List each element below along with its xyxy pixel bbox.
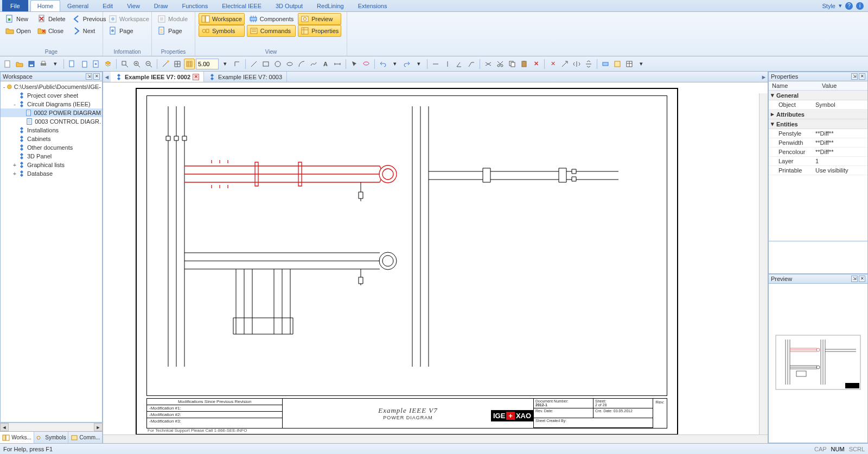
- document-tab-0003[interactable]: Example IEEE V7: 0003: [204, 72, 287, 82]
- cut-icon[interactable]: [495, 59, 506, 69]
- qat-print-icon[interactable]: [38, 59, 49, 69]
- page-next-button[interactable]: Next: [70, 25, 108, 37]
- tree-item[interactable]: -Circuit Diagrams (IEEE): [1, 100, 102, 108]
- tree-item[interactable]: 0002 POWER DIAGRAM: [1, 108, 102, 117]
- tree-item[interactable]: 0003 CONTROL DIAGR.: [1, 117, 102, 126]
- close-tab-icon[interactable]: ✕: [193, 74, 199, 80]
- prop-row[interactable]: ObjectSymbol: [769, 100, 867, 110]
- select-pointer-icon[interactable]: [349, 59, 360, 69]
- prop-row[interactable]: Penstyle**Diff**: [769, 129, 867, 138]
- ribbon-tab-3d-output[interactable]: 3D Output: [269, 0, 310, 11]
- qat-new-icon[interactable]: [2, 59, 13, 69]
- prop-row[interactable]: Layer1: [769, 157, 867, 166]
- dim-leader-icon[interactable]: [466, 59, 477, 69]
- qat-zoom-window-icon[interactable]: [119, 59, 130, 69]
- prop-cat-entities[interactable]: ▾Entities: [769, 119, 867, 129]
- page-previous-button[interactable]: Previous: [70, 13, 108, 25]
- draw-arc-icon[interactable]: [296, 59, 307, 69]
- workspace-hscroll[interactable]: ◄►: [0, 423, 103, 431]
- tree-item[interactable]: Project cover sheet: [1, 91, 102, 100]
- ribbon-tab-extensions[interactable]: Extensions: [351, 0, 394, 11]
- prop-row[interactable]: Pencolour**Diff**: [769, 148, 867, 157]
- qat-grid-toggle-icon[interactable]: [184, 59, 195, 69]
- panel-close-icon[interactable]: ✕: [859, 276, 865, 282]
- delete-icon[interactable]: ✕: [531, 59, 541, 69]
- ribbon-tab-functions[interactable]: Functions: [175, 0, 215, 11]
- qat-grid-dropdown-icon[interactable]: ▾: [220, 59, 231, 69]
- tree-item[interactable]: Other documents: [1, 143, 102, 152]
- mirror-v-icon[interactable]: [583, 59, 594, 69]
- toolbar-more-icon[interactable]: ▾: [636, 59, 647, 69]
- info-workspace-button[interactable]: Workspace: [106, 13, 151, 25]
- qat-page-prev-icon[interactable]: [67, 59, 78, 69]
- ribbon-tab-general[interactable]: General: [60, 0, 95, 11]
- dim-v-icon[interactable]: [442, 59, 453, 69]
- qat-save-icon[interactable]: [26, 59, 37, 69]
- panel-pin-icon[interactable]: ⇲: [851, 276, 858, 282]
- trim-icon[interactable]: [483, 59, 494, 69]
- tree-item[interactable]: +Database: [1, 169, 102, 178]
- preview-thumbnail[interactable]: [768, 284, 868, 444]
- canvas-scrollbar-h[interactable]: [103, 434, 768, 443]
- page-open-button[interactable]: Open: [3, 25, 33, 37]
- canvas-viewport[interactable]: Modifications Since Previous Revision -M…: [103, 82, 768, 434]
- ribbon-tab-redlining[interactable]: RedLining: [310, 0, 351, 11]
- redo-icon[interactable]: [401, 59, 412, 69]
- table-icon[interactable]: [624, 59, 635, 69]
- doc-tabs-prev[interactable]: ◄: [103, 72, 111, 82]
- undo-icon[interactable]: [378, 59, 388, 69]
- draw-line-icon[interactable]: [248, 59, 259, 69]
- panel-close-icon[interactable]: ✕: [93, 73, 100, 80]
- panel-pin-icon[interactable]: ⇲: [86, 73, 92, 80]
- qat-layers-icon[interactable]: [103, 59, 113, 69]
- bottom-tab-symbols[interactable]: Symbols: [34, 432, 68, 443]
- ribbon-tab-edit[interactable]: Edit: [95, 0, 120, 11]
- ribbon-tab-home[interactable]: Home: [30, 0, 60, 11]
- qat-page-next-icon[interactable]: [79, 59, 90, 69]
- tree-root[interactable]: - C:\Users\Public\Documents\IGE-: [1, 82, 102, 91]
- qat-page-info-icon[interactable]: [91, 59, 101, 69]
- draw-spline-icon[interactable]: [308, 59, 319, 69]
- info-icon[interactable]: i: [856, 2, 864, 10]
- copy-icon[interactable]: [507, 59, 518, 69]
- prop-page-button[interactable]: Page: [155, 25, 190, 37]
- redo-dropdown-icon[interactable]: ▾: [413, 59, 424, 69]
- qat-ortho-icon[interactable]: [232, 59, 242, 69]
- canvas-scrollbar-v[interactable]: [759, 93, 768, 434]
- break-x-icon[interactable]: ✕: [547, 59, 558, 69]
- chevron-down-icon[interactable]: ▾: [839, 2, 842, 9]
- paste-icon[interactable]: [519, 59, 529, 69]
- dim-angle-icon[interactable]: [454, 59, 465, 69]
- bottom-tab-workspace[interactable]: Works...: [0, 432, 34, 443]
- view-symbols-button[interactable]: Symbols: [199, 25, 245, 37]
- page-new-button[interactable]: New: [3, 13, 33, 25]
- draw-ellipse-icon[interactable]: [284, 59, 295, 69]
- tree-item[interactable]: Cabinets: [1, 135, 102, 143]
- info-page-button[interactable]: Page: [106, 25, 151, 37]
- component-insert-icon[interactable]: [600, 59, 611, 69]
- style-dropdown[interactable]: Style: [822, 3, 835, 9]
- undo-dropdown-icon[interactable]: ▾: [390, 59, 400, 69]
- tree-item[interactable]: +Graphical lists: [1, 161, 102, 169]
- help-icon[interactable]: ?: [845, 2, 853, 10]
- dim-h-icon[interactable]: [430, 59, 441, 69]
- schematic-content[interactable]: [146, 95, 668, 394]
- prop-row[interactable]: PrintableUse visibility: [769, 166, 867, 175]
- ribbon-tab-view[interactable]: View: [120, 0, 147, 11]
- view-preview-button[interactable]: Preview: [298, 13, 341, 25]
- properties-grid[interactable]: Name Value ▾General ObjectSymbol ▸Attrib…: [768, 81, 868, 241]
- draw-dim-icon[interactable]: [332, 59, 343, 69]
- tree-item[interactable]: 3D Panel: [1, 152, 102, 161]
- draw-rect-icon[interactable]: [260, 59, 271, 69]
- workspace-tree[interactable]: - C:\Users\Public\Documents\IGE- Project…: [0, 81, 103, 423]
- qat-zoom-in-icon[interactable]: [131, 59, 142, 69]
- select-lasso-icon[interactable]: [361, 59, 372, 69]
- extend-icon[interactable]: [559, 59, 570, 69]
- panel-pin-icon[interactable]: ⇲: [851, 73, 858, 80]
- qat-snap-endpoint-icon[interactable]: [160, 59, 171, 69]
- prop-cat-general[interactable]: ▾General: [769, 91, 867, 100]
- view-commands-button[interactable]: Commands: [247, 25, 296, 37]
- draw-circle-icon[interactable]: [272, 59, 283, 69]
- document-tab-0002[interactable]: Example IEEE V7: 0002 ✕: [111, 72, 204, 82]
- view-workspace-button[interactable]: Workspace: [199, 13, 245, 25]
